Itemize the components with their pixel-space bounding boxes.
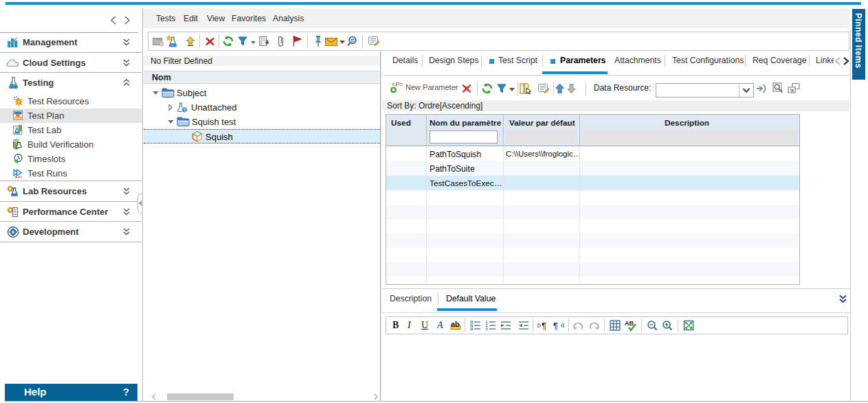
svg-text:?: ? bbox=[183, 108, 186, 113]
svg-text:ab: ab bbox=[451, 320, 460, 328]
svg-text:<P>: <P> bbox=[392, 80, 403, 88]
svg-text:¶: ¶ bbox=[542, 321, 546, 330]
svg-text:¶: ¶ bbox=[553, 321, 558, 330]
svg-text:@: @ bbox=[350, 38, 355, 43]
svg-text:3: 3 bbox=[486, 327, 488, 331]
svg-text:AB: AB bbox=[625, 320, 634, 327]
